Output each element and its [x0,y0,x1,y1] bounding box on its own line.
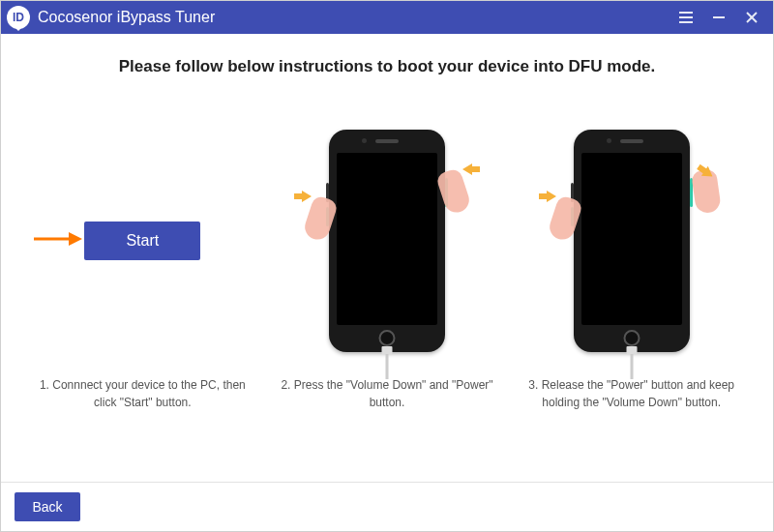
title-bar: ID Cocosenor iBypass Tuner [1,1,773,34]
svg-marker-8 [462,163,480,175]
svg-marker-11 [539,191,556,202]
minimize-icon[interactable] [709,8,729,27]
press-arrow-right-icon [462,163,480,180]
close-icon[interactable] [742,8,761,27]
press-arrow-left-icon [539,190,556,207]
step-2-caption: 2. Press the "Volume Down" and "Power" b… [269,376,506,411]
svg-marker-9 [294,191,312,202]
back-button[interactable]: Back [15,492,80,521]
menu-icon[interactable] [676,8,696,27]
press-arrow-left-icon [294,190,312,207]
phone-illustration [329,130,445,352]
footer-bar: Back [1,482,773,531]
svg-marker-7 [69,232,82,246]
step-1: Start 1. Connnect your device to the PC,… [24,115,261,411]
step-3: 3. Release the "Power" button and keep h… [513,115,750,411]
phone-illustration [574,130,690,352]
app-logo-icon: ID [7,6,30,29]
step-2-media [269,115,506,367]
step-1-media: Start [24,115,261,367]
step-3-caption: 3. Release the "Power" button and keep h… [513,376,750,411]
start-button[interactable]: Start [84,222,200,260]
app-window: ID Cocosenor iBypass Tuner Please follow… [0,0,774,532]
step-3-media [513,115,750,367]
annotation-arrow-icon [32,229,82,252]
steps-row: Start 1. Connnect your device to the PC,… [16,115,758,472]
step-2: 2. Press the "Volume Down" and "Power" b… [269,115,506,411]
content-area: Please follow below instructions to boot… [1,34,773,482]
window-controls [676,8,765,27]
app-title: Cocosenor iBypass Tuner [38,9,676,26]
step-1-caption: 1. Connnect your device to the PC, then … [24,376,261,411]
instruction-heading: Please follow below instructions to boot… [16,57,758,76]
